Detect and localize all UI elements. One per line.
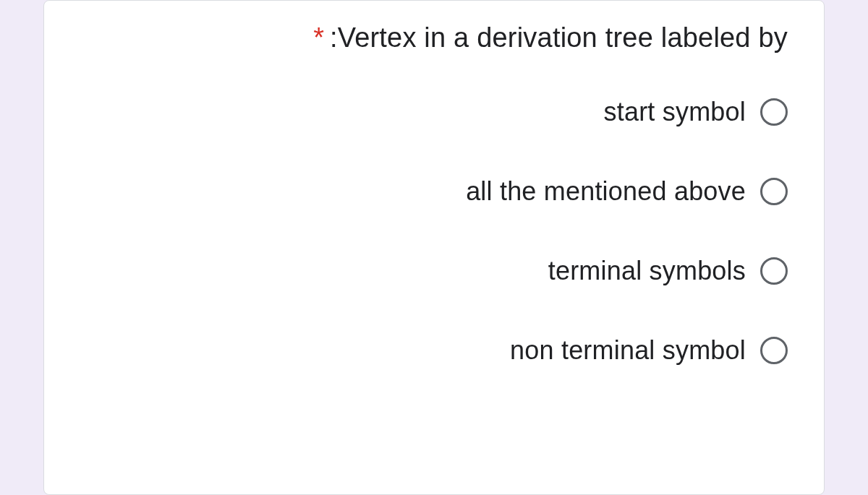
required-asterisk-icon: *: [313, 22, 324, 53]
options-group: start symbol all the mentioned above ter…: [73, 97, 795, 366]
question-card: * :Vertex in a derivation tree labeled b…: [43, 0, 825, 495]
question-text: :Vertex in a derivation tree labeled by: [330, 22, 788, 53]
question-header: * :Vertex in a derivation tree labeled b…: [73, 22, 795, 53]
radio-option-all-mentioned[interactable]: all the mentioned above: [466, 176, 788, 207]
option-label: all the mentioned above: [466, 176, 746, 207]
radio-circle-icon: [760, 337, 788, 364]
option-label: terminal symbols: [548, 256, 746, 286]
radio-option-non-terminal-symbol[interactable]: non terminal symbol: [510, 335, 788, 366]
radio-circle-icon: [760, 178, 788, 205]
option-label: start symbol: [604, 97, 746, 127]
radio-option-start-symbol[interactable]: start symbol: [604, 97, 788, 127]
radio-circle-icon: [760, 257, 788, 285]
radio-option-terminal-symbols[interactable]: terminal symbols: [548, 256, 788, 286]
option-label: non terminal symbol: [510, 335, 746, 366]
radio-circle-icon: [760, 98, 788, 126]
